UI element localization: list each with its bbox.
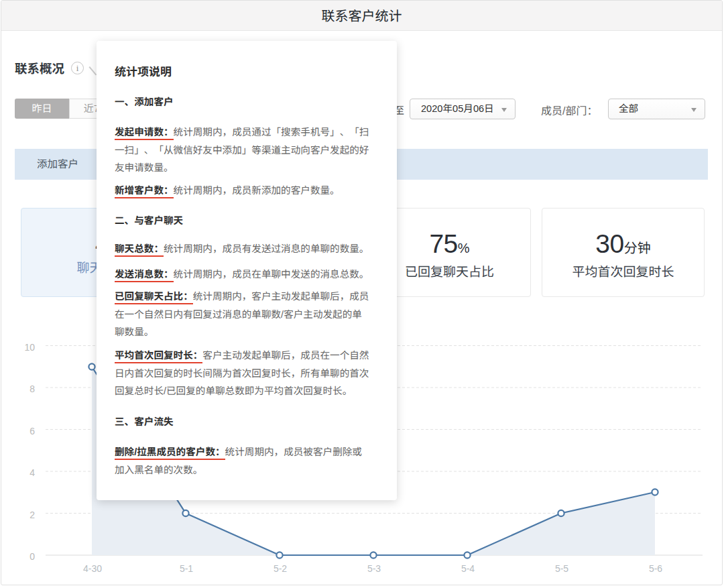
svg-text:5-2: 5-2 [274, 563, 287, 574]
svg-text:0: 0 [29, 551, 35, 562]
svg-text:5-6: 5-6 [649, 563, 662, 574]
svg-text:6: 6 [29, 426, 35, 436]
svg-text:5-3: 5-3 [367, 563, 381, 574]
svg-text:5-5: 5-5 [555, 563, 568, 574]
svg-text:5-1: 5-1 [180, 563, 193, 574]
svg-text:4-30: 4-30 [83, 563, 102, 574]
svg-text:5-4: 5-4 [461, 563, 475, 574]
svg-text:8: 8 [29, 384, 35, 394]
svg-text:4: 4 [29, 467, 35, 478]
svg-text:2: 2 [29, 510, 35, 520]
svg-text:10: 10 [24, 342, 35, 353]
